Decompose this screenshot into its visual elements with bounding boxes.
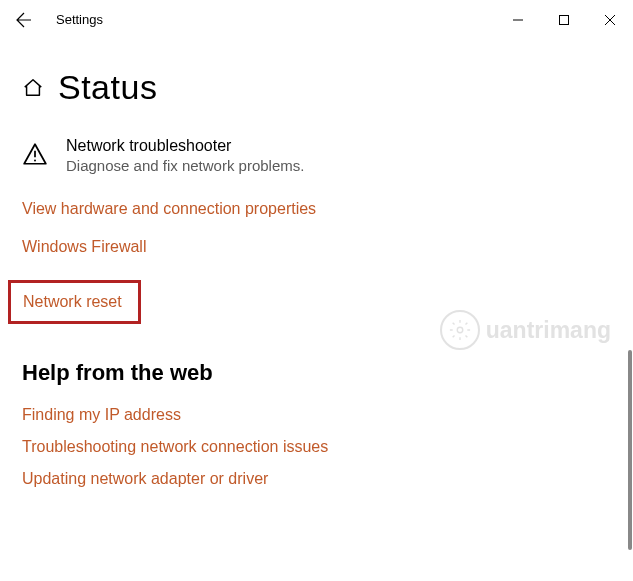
watermark: uantrimang (440, 310, 611, 350)
highlight-box: Network reset (8, 280, 141, 324)
app-title: Settings (56, 12, 103, 27)
scrollbar-thumb[interactable] (628, 350, 632, 550)
back-arrow-icon (16, 12, 32, 28)
svg-point-3 (457, 327, 463, 333)
maximize-button[interactable] (541, 0, 587, 40)
maximize-icon (558, 14, 570, 26)
home-icon[interactable] (22, 77, 44, 99)
scrollbar-track[interactable] (629, 40, 633, 581)
help-link-ip[interactable]: Finding my IP address (22, 406, 181, 424)
help-heading: Help from the web (22, 360, 633, 386)
minimize-icon (512, 14, 524, 26)
titlebar: Settings (0, 0, 633, 40)
link-windows-firewall[interactable]: Windows Firewall (22, 238, 146, 256)
link-network-reset[interactable]: Network reset (23, 293, 122, 311)
troubleshooter-title: Network troubleshooter (66, 137, 304, 155)
help-link-troubleshoot[interactable]: Troubleshooting network connection issue… (22, 438, 328, 456)
content-area: Status Network troubleshooter Diagnose a… (0, 40, 633, 581)
troubleshooter-subtitle: Diagnose and fix network problems. (66, 157, 304, 174)
link-view-hardware[interactable]: View hardware and connection properties (22, 200, 316, 218)
close-button[interactable] (587, 0, 633, 40)
back-button[interactable] (0, 0, 48, 40)
watermark-text: uantrimang (486, 317, 611, 344)
troubleshooter-text: Network troubleshooter Diagnose and fix … (66, 137, 304, 174)
page-header: Status (22, 68, 633, 107)
svg-point-2 (34, 160, 36, 162)
minimize-button[interactable] (495, 0, 541, 40)
warning-triangle-icon (22, 141, 48, 167)
close-icon (604, 14, 616, 26)
network-troubleshooter-item[interactable]: Network troubleshooter Diagnose and fix … (22, 137, 633, 174)
watermark-logo-icon (440, 310, 480, 350)
svg-rect-0 (560, 15, 569, 24)
page-title: Status (58, 68, 157, 107)
help-link-adapter[interactable]: Updating network adapter or driver (22, 470, 268, 488)
window-controls (495, 0, 633, 40)
